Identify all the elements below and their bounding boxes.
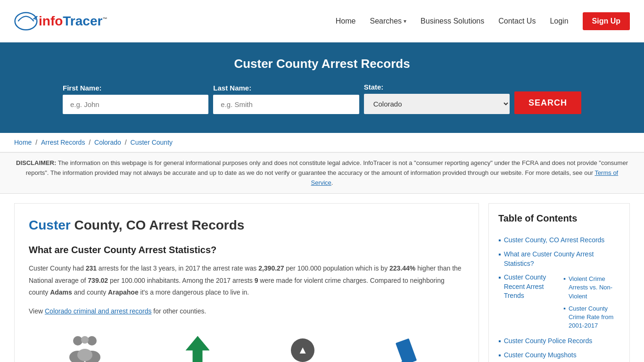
- last-name-group: Last Name:: [213, 84, 359, 114]
- nav-business-solutions[interactable]: Business Solutions: [421, 17, 484, 25]
- disclaimer-label: DISCLAIMER:: [16, 159, 56, 166]
- stat-arrest-rate: 2,390.27: [258, 264, 284, 272]
- toc-sublink[interactable]: Custer County Crime Rate from 2001-2017: [569, 304, 620, 330]
- chevron-down-icon: ▾: [404, 18, 406, 25]
- stat-higher-pct: 223.44%: [389, 264, 415, 272]
- article-title-rest: County, CO Arrest Records: [71, 218, 245, 232]
- main-content: Custer County, CO Arrest Records What ar…: [0, 194, 644, 362]
- last-name-label: Last Name:: [213, 84, 251, 92]
- svg-point-3: [73, 336, 83, 346]
- svg-point-7: [81, 336, 89, 344]
- toc-item: Custer County Police Records: [498, 334, 620, 348]
- toc-link[interactable]: Custer County, CO Arrest Records: [504, 236, 605, 245]
- nav-contact-us[interactable]: Contact Us: [498, 17, 536, 25]
- svg-point-4: [87, 336, 97, 346]
- article-statistics-paragraph: Custer County had 231 arrests for the la…: [29, 263, 464, 298]
- breadcrumb-separator-3: /: [125, 139, 129, 146]
- stat-county2: Arapahoe: [108, 288, 139, 296]
- toc-subitem: Violent Crime Arrests vs. Non-Violent: [563, 273, 620, 303]
- first-name-group: First Name:: [63, 84, 208, 114]
- arrow-up-icon: [183, 334, 212, 362]
- header: infoTracer™ Home Searches ▾ Business Sol…: [0, 0, 644, 42]
- breadcrumb-custer-county[interactable]: Custer County: [131, 139, 173, 146]
- breadcrumb-arrest-records[interactable]: Arrest Records: [41, 139, 85, 146]
- people-icon: [66, 331, 104, 362]
- toc-item: What are Custer County Arrest Statistics…: [498, 247, 620, 271]
- stat-violent: 9: [255, 277, 258, 284]
- logo-icon: [14, 9, 38, 33]
- icon-arrow-up: [179, 331, 216, 362]
- section-heading-statistics: What are Custer County Arrest Statistics…: [29, 245, 464, 255]
- signup-button[interactable]: Sign Up: [583, 12, 630, 30]
- login-button[interactable]: Login: [550, 17, 568, 25]
- article-link-paragraph: View Colorado criminal and arrest record…: [29, 305, 464, 317]
- article-link-suffix: for other counties.: [153, 307, 206, 315]
- article-title-highlight: Custer: [29, 218, 71, 232]
- state-select[interactable]: Colorado: [364, 94, 510, 114]
- breadcrumb-home[interactable]: Home: [14, 139, 32, 146]
- article-icons-row: ▲: [29, 327, 464, 362]
- breadcrumb-colorado[interactable]: Colorado: [94, 139, 121, 146]
- toc-item: Custer County, CO Arrest Records: [498, 233, 620, 247]
- logo-tracer-text: Tracer: [63, 14, 102, 28]
- article-title: Custer County, CO Arrest Records: [29, 218, 464, 233]
- breadcrumb-separator-2: /: [89, 139, 92, 146]
- disclaimer-period: .: [331, 179, 333, 186]
- table-of-contents: Table of Contents Custer County, CO Arre…: [488, 203, 630, 362]
- breadcrumb-separator-1: /: [35, 139, 39, 146]
- colorado-records-link[interactable]: Colorado criminal and arrest records: [45, 307, 151, 315]
- nav-searches-container: Searches ▾: [370, 17, 406, 25]
- disclaimer: DISCLAIMER: The information on this webp…: [0, 152, 644, 194]
- hero-section: Custer County Arrest Records First Name:…: [0, 42, 644, 133]
- icon-people: [66, 331, 104, 362]
- article-content: Custer County, CO Arrest Records What ar…: [14, 203, 479, 362]
- search-button[interactable]: SEARCH: [514, 91, 581, 114]
- pencil-icon: [394, 334, 422, 362]
- icon-pencil: [389, 331, 427, 362]
- svg-rect-9: [396, 338, 417, 362]
- toc-link[interactable]: What are Custer County Arrest Statistics…: [504, 250, 620, 268]
- stat-county1: Adams: [50, 288, 72, 296]
- toc-subitem: Custer County Crime Rate from 2001-2017: [563, 303, 620, 332]
- stat-national-avg: 739.02: [88, 277, 108, 284]
- toc-list: Custer County, CO Arrest RecordsWhat are…: [498, 233, 620, 362]
- toc-link[interactable]: Custer County Police Records: [504, 337, 593, 346]
- hero-title: Custer County Arrest Records: [19, 57, 625, 71]
- article-link-view: View: [29, 307, 43, 315]
- toc-link[interactable]: Custer County Mugshots: [504, 351, 577, 360]
- logo-info-text: info: [39, 14, 63, 28]
- scroll-top-button[interactable]: ▲: [291, 338, 314, 362]
- state-group: State: Colorado: [364, 83, 510, 114]
- first-name-input[interactable]: [63, 95, 208, 114]
- logo[interactable]: infoTracer™: [14, 9, 107, 33]
- disclaimer-text: The information on this webpage is for g…: [26, 159, 628, 176]
- last-name-input[interactable]: [213, 95, 359, 114]
- toc-sublink[interactable]: Violent Crime Arrests vs. Non-Violent: [569, 275, 620, 301]
- main-nav: Home Searches ▾ Business Solutions Conta…: [336, 12, 630, 30]
- state-label: State:: [364, 83, 384, 91]
- breadcrumb: Home / Arrest Records / Colorado / Custe…: [0, 133, 644, 152]
- toc-title: Table of Contents: [498, 213, 620, 224]
- svg-point-8: [77, 349, 92, 361]
- toc-item: Custer County Mugshots: [498, 348, 620, 362]
- toc-item: Custer County Recent Arrest TrendsViolen…: [498, 271, 620, 334]
- stat-arrests: 231: [86, 264, 97, 272]
- first-name-label: First Name:: [63, 84, 102, 92]
- toc-link[interactable]: Custer County Recent Arrest Trends: [504, 273, 553, 301]
- scroll-top-icon[interactable]: ▲: [291, 338, 314, 362]
- logo-tm: ™: [102, 16, 107, 21]
- toc-sublist: Violent Crime Arrests vs. Non-ViolentCus…: [563, 273, 620, 332]
- nav-home[interactable]: Home: [336, 17, 356, 25]
- search-form: First Name: Last Name: State: Colorado S…: [63, 83, 581, 114]
- nav-searches[interactable]: Searches: [370, 17, 402, 25]
